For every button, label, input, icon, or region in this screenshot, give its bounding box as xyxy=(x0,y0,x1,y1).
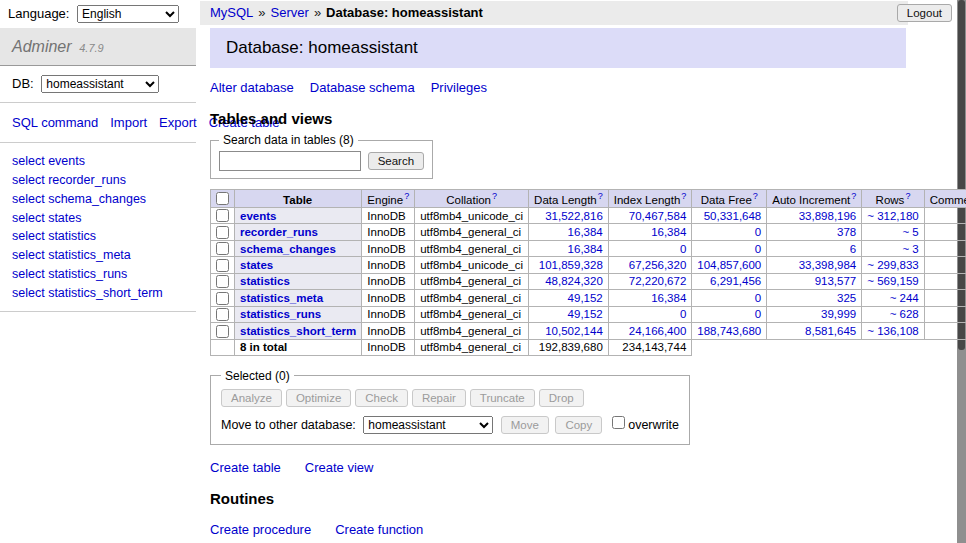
table-name-cell: statistics_meta xyxy=(235,290,362,306)
table-name-link[interactable]: statistics_runs xyxy=(240,308,321,320)
overwrite-label: overwrite xyxy=(628,418,679,432)
comment-cell xyxy=(924,306,966,322)
data-length-cell: 49,152 xyxy=(529,290,609,306)
bulk-action-button[interactable]: Repair xyxy=(412,389,466,407)
totals-row: 8 in total InnoDB utf8mb4_general_ci 192… xyxy=(211,339,966,355)
bulk-action-button[interactable]: Analyze xyxy=(221,389,282,407)
rows-count-cell: ~ 244 xyxy=(862,290,924,306)
sidebar-table-link[interactable]: select statistics_short_term xyxy=(12,284,184,303)
language-select[interactable]: English xyxy=(77,5,179,23)
search-button[interactable]: Search xyxy=(368,152,424,170)
help-link[interactable]: ? xyxy=(851,191,856,201)
comment-cell xyxy=(924,240,966,256)
row-checkbox[interactable] xyxy=(216,308,229,321)
table-name-link[interactable]: schema_changes xyxy=(240,243,336,255)
help-link[interactable]: ? xyxy=(681,191,686,201)
table-row: statistics InnoDB utf8mb4_general_ci 48,… xyxy=(211,273,966,289)
bulk-action-button[interactable]: Drop xyxy=(539,389,584,407)
create-links: Create tableCreate view xyxy=(210,460,906,475)
sidebar-link[interactable]: Export xyxy=(159,115,197,130)
table-name-link[interactable]: recorder_runs xyxy=(240,226,318,238)
sidebar-table-link[interactable]: select schema_changes xyxy=(12,190,184,209)
sidebar-link[interactable]: SQL command xyxy=(12,115,98,130)
collation-cell: utf8mb4_unicode_ci xyxy=(415,257,529,273)
db-selector-row: DB: homeassistant xyxy=(0,66,196,103)
sidebar-table-link[interactable]: select statistics xyxy=(12,227,184,246)
overwrite-checkbox[interactable] xyxy=(612,416,625,429)
comment-cell xyxy=(924,257,966,273)
column-header: Data Length? xyxy=(529,190,609,208)
row-checkbox[interactable] xyxy=(216,259,229,272)
overwrite-option[interactable]: overwrite xyxy=(612,418,679,432)
breadcrumb-server-link[interactable]: Server xyxy=(271,5,309,20)
table-name-link[interactable]: statistics_meta xyxy=(240,292,323,304)
routine-link[interactable]: Create procedure xyxy=(210,522,311,537)
auto-increment-cell: 33,398,984 xyxy=(767,257,862,273)
engine-cell: InnoDB xyxy=(362,207,415,223)
table-name-link[interactable]: statistics xyxy=(240,275,290,287)
row-check-cell xyxy=(211,224,235,240)
help-link[interactable]: ? xyxy=(905,191,910,201)
table-name-cell: statistics_runs xyxy=(235,306,362,322)
help-link[interactable]: ? xyxy=(492,191,497,201)
help-link[interactable]: ? xyxy=(404,191,409,201)
copy-button[interactable]: Copy xyxy=(555,416,602,434)
bulk-action-button[interactable]: Check xyxy=(355,389,408,407)
table-name-cell: statistics xyxy=(235,273,362,289)
table-name-link[interactable]: statistics_short_term xyxy=(240,325,356,337)
sidebar-table-link[interactable]: select events xyxy=(12,152,184,171)
column-header-label: Collation xyxy=(446,194,491,206)
breadcrumb-mysql-link[interactable]: MySQL xyxy=(210,5,253,20)
engine-cell: InnoDB xyxy=(362,273,415,289)
language-bar: Language: English xyxy=(8,5,179,23)
data-free-cell: 0 xyxy=(692,224,767,240)
data-length-cell: 48,824,320 xyxy=(529,273,609,289)
row-checkbox[interactable] xyxy=(216,275,229,288)
row-checkbox[interactable] xyxy=(216,209,229,222)
sidebar-table-link[interactable]: select states xyxy=(12,209,184,228)
table-name-link[interactable]: states xyxy=(240,259,273,271)
select-all-checkbox[interactable] xyxy=(216,192,229,205)
db-action-link[interactable]: Privileges xyxy=(431,80,487,95)
move-label: Move to other database: xyxy=(221,418,356,432)
table-row: recorder_runs InnoDB utf8mb4_general_ci … xyxy=(211,224,966,240)
row-checkbox[interactable] xyxy=(216,292,229,305)
sidebar-table-link[interactable]: select statistics_meta xyxy=(12,246,184,265)
row-checkbox[interactable] xyxy=(216,325,229,338)
table-name-link[interactable]: events xyxy=(240,210,276,222)
row-checkbox[interactable] xyxy=(216,226,229,239)
create-link[interactable]: Create table xyxy=(210,460,281,475)
move-button[interactable]: Move xyxy=(501,416,549,434)
index-length-cell: 16,384 xyxy=(608,290,692,306)
bulk-action-button[interactable]: Optimize xyxy=(286,389,351,407)
db-action-link[interactable]: Database schema xyxy=(310,80,415,95)
help-link[interactable]: ? xyxy=(753,191,758,201)
rows-count-cell: ~ 628 xyxy=(862,306,924,322)
row-checkbox[interactable] xyxy=(216,242,229,255)
logout-button[interactable]: Logout xyxy=(897,4,952,22)
move-db-select[interactable]: homeassistant xyxy=(363,416,493,434)
app-header: Adminer 4.7.9 xyxy=(0,28,196,66)
sidebar-table-link[interactable]: select recorder_runs xyxy=(12,171,184,190)
data-length-cell: 31,522,816 xyxy=(529,207,609,223)
routine-link[interactable]: Create function xyxy=(335,522,423,537)
row-check-cell xyxy=(211,323,235,339)
bulk-action-button[interactable]: Truncate xyxy=(470,389,535,407)
data-free-cell: 104,857,600 xyxy=(692,257,767,273)
search-input[interactable] xyxy=(219,151,361,171)
db-action-link[interactable]: Alter database xyxy=(210,80,294,95)
auto-increment-cell: 913,577 xyxy=(767,273,862,289)
table-name-cell: states xyxy=(235,257,362,273)
help-link[interactable]: ? xyxy=(598,191,603,201)
auto-increment-cell: 325 xyxy=(767,290,862,306)
sidebar-link[interactable]: Import xyxy=(110,115,147,130)
row-check-cell xyxy=(211,290,235,306)
table-name-cell: schema_changes xyxy=(235,240,362,256)
column-header-label: Data Length xyxy=(534,194,597,206)
sidebar-table-link[interactable]: select statistics_runs xyxy=(12,265,184,284)
language-label: Language: xyxy=(8,6,69,21)
create-link[interactable]: Create view xyxy=(305,460,374,475)
data-length-cell: 16,384 xyxy=(529,240,609,256)
index-length-cell: 24,166,400 xyxy=(608,323,692,339)
db-select[interactable]: homeassistant xyxy=(41,75,159,93)
